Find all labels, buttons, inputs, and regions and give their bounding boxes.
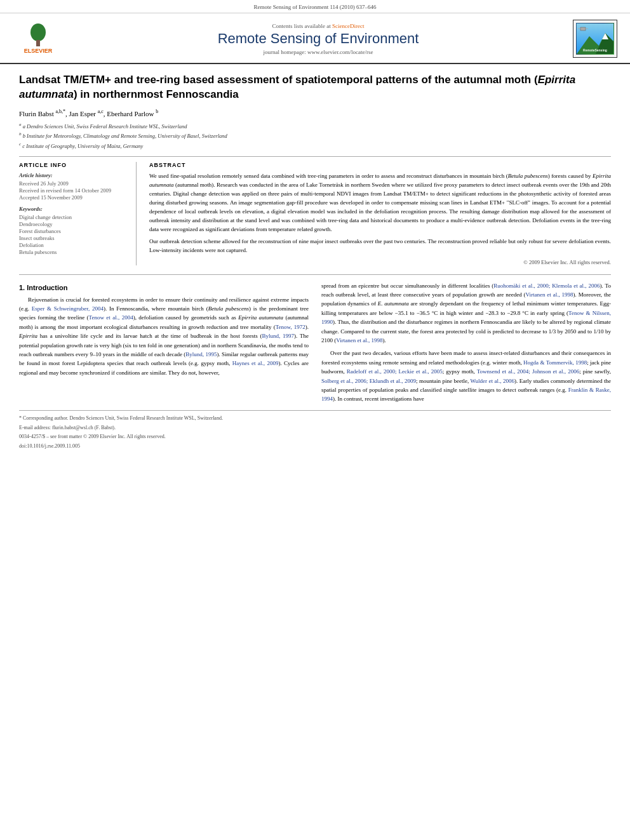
main-left-col: 1. Introduction Rejuvenation is crucial … <box>19 281 309 404</box>
main-right-col: spread from an epicentre but occur simul… <box>321 281 611 404</box>
main-content: 1. Introduction Rejuvenation is crucial … <box>19 281 611 404</box>
journal-citation: Remote Sensing of Environment 114 (2010)… <box>253 4 376 10</box>
section-1-title: 1. Introduction <box>19 284 309 291</box>
footnote-corresponding: * Corresponding author. Dendro Sciences … <box>19 415 611 423</box>
journal-homepage: journal homepage: www.elsevier.com/locat… <box>70 49 566 55</box>
keyword-6: Betula pubescens <box>19 249 128 255</box>
svg-rect-8 <box>580 27 586 30</box>
intro-paragraph-3: Over the past two decades, various effor… <box>321 349 611 403</box>
affiliation-b: b b Institute for Meteorology, Climatolo… <box>19 131 611 140</box>
copyright: © 2009 Elsevier Inc. All rights reserved… <box>149 259 611 265</box>
history-label: Article history: <box>19 172 128 178</box>
journal-header: ELSEVIER Contents lists available at Sci… <box>0 13 630 64</box>
svg-rect-2 <box>36 40 40 46</box>
abstract-heading: ABSTRACT <box>149 162 611 168</box>
abstract-paragraph-1: We used fine-spatial resolution remotely… <box>149 172 611 234</box>
history-accepted: Accepted 15 November 2009 <box>19 194 128 201</box>
abstract-col: ABSTRACT We used fine-spatial resolution… <box>149 162 611 265</box>
keywords-label: Keywords: <box>19 206 128 212</box>
rse-logo: RemoteSensing <box>573 20 617 58</box>
rse-logo-image: RemoteSensing <box>576 23 614 55</box>
article-title: Landsat TM/ETM+ and tree-ring based asse… <box>19 73 611 102</box>
authors-line: Flurin Babst a,b,*, Jan Esper a,c, Eberh… <box>19 109 611 117</box>
keyword-4: Insect outbreaks <box>19 235 128 241</box>
top-bar: Remote Sensing of Environment 114 (2010)… <box>0 0 630 13</box>
footnote-doi: doi:10.1016/j.rse.2009.11.005 <box>19 443 611 451</box>
journal-name: Remote Sensing of Environment <box>70 30 566 47</box>
affiliation-a: a a Dendro Sciences Unit, Swiss Federal … <box>19 121 611 131</box>
footnotes-section: * Corresponding author. Dendro Sciences … <box>19 410 611 451</box>
abstract-paragraph-2: Our outbreak detection scheme allowed fo… <box>149 237 611 255</box>
history-received: Received 26 July 2009 <box>19 180 128 187</box>
footnote-email: E-mail address: flurin.babst@wsl.ch (F. … <box>19 424 611 432</box>
svg-text:ELSEVIER: ELSEVIER <box>24 48 53 54</box>
affiliation-c: c c Institute of Geography, University o… <box>19 141 611 150</box>
affiliations: a a Dendro Sciences Unit, Swiss Federal … <box>19 121 611 150</box>
section-divider <box>19 274 611 275</box>
keyword-5: Defoliation <box>19 242 128 248</box>
history-revised: Received in revised form 14 October 2009 <box>19 187 128 194</box>
elsevier-logo: ELSEVIER <box>13 21 64 57</box>
article-info-heading: ARTICLE INFO <box>19 162 128 168</box>
footnote-issn: 0034-4257/$ – see front matter © 2009 El… <box>19 433 611 441</box>
article-body: Landsat TM/ETM+ and tree-ring based asse… <box>0 64 630 461</box>
info-abstract-section: ARTICLE INFO Article history: Received 2… <box>19 156 611 265</box>
keyword-1: Digital change detection <box>19 214 128 220</box>
keyword-2: Dendroecology <box>19 221 128 227</box>
svg-text:RemoteSensing: RemoteSensing <box>583 48 607 52</box>
article-info-col: ARTICLE INFO Article history: Received 2… <box>19 162 137 265</box>
svg-point-1 <box>30 23 46 41</box>
journal-title-block: Contents lists available at ScienceDirec… <box>70 23 566 55</box>
keyword-3: Forest disturbances <box>19 228 128 234</box>
intro-paragraph-1: Rejuvenation is crucial for forested eco… <box>19 295 309 378</box>
sciencedirect-link[interactable]: ScienceDirect <box>332 23 364 29</box>
intro-paragraph-2: spread from an epicentre but occur simul… <box>321 281 611 345</box>
contents-line: Contents lists available at ScienceDirec… <box>70 23 566 29</box>
